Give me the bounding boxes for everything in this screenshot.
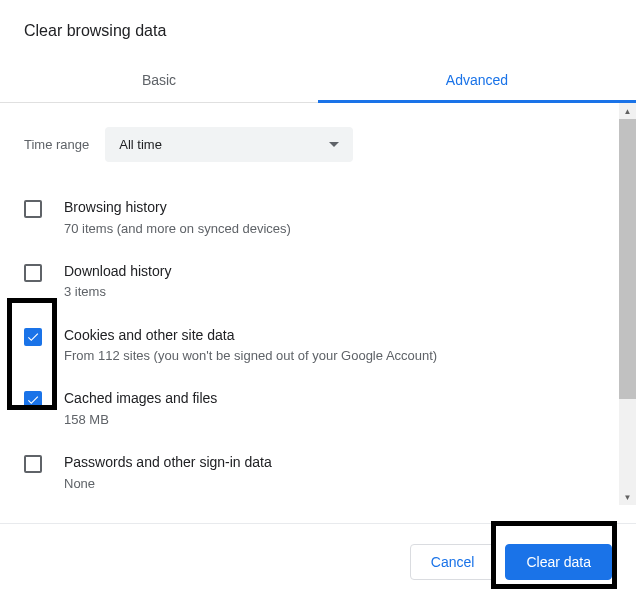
option-sub: 3 items — [64, 283, 619, 301]
cancel-button[interactable]: Cancel — [410, 544, 496, 580]
option-sub: 70 items (and more on synced devices) — [64, 220, 619, 238]
check-icon — [26, 393, 40, 407]
time-range-label: Time range — [24, 137, 89, 152]
scrollbar-track[interactable]: ▲ ▼ — [619, 103, 636, 505]
option-title: Cached images and files — [64, 389, 619, 409]
option-title: Cookies and other site data — [64, 326, 619, 346]
list-item: Download history 3 items — [24, 250, 619, 314]
checkbox-download-history[interactable] — [24, 264, 42, 282]
list-item: Cached images and files 158 MB — [24, 377, 619, 441]
list-item: Passwords and other sign-in data None — [24, 441, 619, 505]
dialog-footer: Cancel Clear data — [0, 523, 636, 610]
scrollbar-down-icon[interactable]: ▼ — [619, 489, 636, 505]
options-list: Browsing history 70 items (and more on s… — [0, 186, 619, 505]
time-range-value: All time — [119, 137, 162, 152]
time-range-row: Time range All time — [0, 103, 619, 186]
list-item: Cookies and other site data From 112 sit… — [24, 314, 619, 378]
time-range-select[interactable]: All time — [105, 127, 353, 162]
option-sub: From 112 sites (you won't be signed out … — [64, 347, 619, 365]
option-title: Browsing history — [64, 198, 619, 218]
option-title: Download history — [64, 262, 619, 282]
checkbox-cookies[interactable] — [24, 328, 42, 346]
check-icon — [26, 330, 40, 344]
checkbox-cached-images[interactable] — [24, 391, 42, 409]
scrollbar-thumb[interactable] — [619, 119, 636, 399]
clear-browsing-data-dialog: Clear browsing data Basic Advanced Time … — [0, 0, 636, 610]
clear-data-button[interactable]: Clear data — [505, 544, 612, 580]
tab-advanced[interactable]: Advanced — [318, 58, 636, 102]
checkbox-browsing-history[interactable] — [24, 200, 42, 218]
dialog-title: Clear browsing data — [0, 0, 636, 40]
content-area: Time range All time Browsing history 70 … — [0, 103, 636, 505]
tab-basic[interactable]: Basic — [0, 58, 318, 102]
option-sub: 158 MB — [64, 411, 619, 429]
chevron-down-icon — [329, 142, 339, 147]
tabs: Basic Advanced — [0, 58, 636, 103]
option-title: Passwords and other sign-in data — [64, 453, 619, 473]
scrollbar-up-icon[interactable]: ▲ — [619, 103, 636, 119]
list-item: Browsing history 70 items (and more on s… — [24, 186, 619, 250]
option-sub: None — [64, 475, 619, 493]
checkbox-passwords[interactable] — [24, 455, 42, 473]
